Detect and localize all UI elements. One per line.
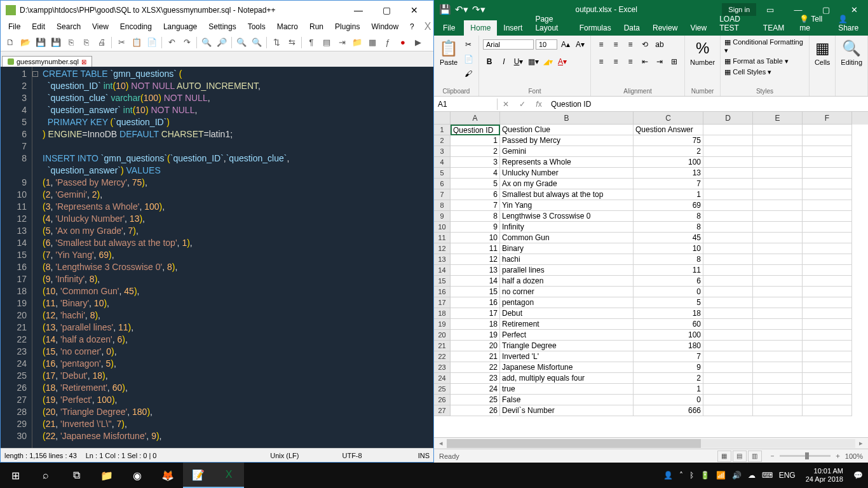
ribbon-tab-insert[interactable]: Insert xyxy=(497,20,529,36)
cell[interactable] xyxy=(753,157,803,168)
table-row[interactable]: 43Represents a Whole100 xyxy=(434,157,868,168)
row-header[interactable]: 3 xyxy=(434,146,451,157)
scroll-thumb[interactable] xyxy=(447,439,701,448)
close-all-icon[interactable]: ⎘ xyxy=(79,36,93,50)
clock[interactable]: 10:01 AM24 Apr 2018 xyxy=(802,467,847,484)
paste-button[interactable]: 📋Paste xyxy=(438,38,459,67)
zoom-in-icon[interactable]: ＋ xyxy=(834,451,841,461)
cell[interactable]: Japanese Misfortune xyxy=(500,362,634,373)
copy-icon[interactable]: 📋 xyxy=(130,36,144,50)
cell[interactable] xyxy=(753,179,803,189)
ribbon-tab-review[interactable]: Review xyxy=(646,20,684,36)
cell[interactable] xyxy=(753,351,803,362)
row-header[interactable]: 16 xyxy=(434,287,451,297)
cell[interactable]: 10 xyxy=(634,243,703,254)
code-editor[interactable]: 1234567891011121314151617181920212223242… xyxy=(1,67,433,448)
cell[interactable]: 1 xyxy=(451,135,500,146)
conditional-formatting-button[interactable]: ▦ Conditional Formatting ▾ xyxy=(724,38,805,55)
cell[interactable]: Lengthwise 3 Crosswise 0 xyxy=(500,211,634,222)
cell[interactable]: 69 xyxy=(634,200,703,211)
table-row[interactable]: 32Gemini2 xyxy=(434,146,868,157)
menu-edit[interactable]: Edit xyxy=(27,21,50,32)
cell[interactable] xyxy=(803,125,852,135)
cell[interactable] xyxy=(803,243,852,254)
column-header[interactable]: A xyxy=(451,112,500,125)
cell[interactable] xyxy=(803,222,852,233)
redo-icon[interactable]: ↷▾ xyxy=(472,4,485,15)
cell[interactable]: 180 xyxy=(634,341,703,351)
row-header[interactable]: 26 xyxy=(434,395,451,405)
cell[interactable] xyxy=(803,179,852,189)
table-row[interactable]: 65Ax on my Grade7 xyxy=(434,179,868,189)
cell[interactable] xyxy=(753,135,803,146)
cell[interactable]: pentagon xyxy=(500,297,634,308)
menu-settings[interactable]: Settings xyxy=(203,21,241,32)
menu-window[interactable]: Window xyxy=(366,21,403,32)
cell[interactable]: 666 xyxy=(634,405,703,416)
ribbon-tab-home[interactable]: Home xyxy=(464,20,497,36)
row-header[interactable]: 6 xyxy=(434,179,451,189)
cell[interactable]: 23 xyxy=(451,373,500,384)
cell[interactable]: 2 xyxy=(634,146,703,157)
replace-icon[interactable]: 🔎 xyxy=(215,36,229,50)
cell[interactable]: 8 xyxy=(451,211,500,222)
cell[interactable]: Perfect xyxy=(500,330,634,341)
row-header[interactable]: 2 xyxy=(434,135,451,146)
cell[interactable] xyxy=(703,384,753,395)
spreadsheet-grid[interactable]: A B C D E F 1Question IDQuestion ClueQue… xyxy=(434,112,868,437)
menu-encoding[interactable]: Encoding xyxy=(115,21,157,32)
cell[interactable]: 24 xyxy=(451,384,500,395)
cut-icon[interactable]: ✂ xyxy=(462,38,475,51)
name-box[interactable]: A1 xyxy=(434,98,498,110)
cell[interactable]: Debut xyxy=(500,308,634,319)
cell[interactable]: Question ID xyxy=(451,125,500,135)
cell[interactable] xyxy=(703,189,753,200)
cell[interactable]: 26 xyxy=(451,405,500,416)
menu-file[interactable]: File xyxy=(3,21,25,32)
cell[interactable] xyxy=(803,287,852,297)
horizontal-scrollbar[interactable]: ◂ ▸ xyxy=(434,437,868,449)
cell[interactable] xyxy=(703,287,753,297)
cell[interactable]: 6 xyxy=(451,189,500,200)
cell[interactable] xyxy=(753,362,803,373)
page-layout-view-icon[interactable]: ▤ xyxy=(733,451,747,462)
cell[interactable]: 45 xyxy=(634,233,703,243)
cell[interactable]: 14 xyxy=(451,276,500,287)
row-header[interactable]: 13 xyxy=(434,254,451,265)
select-all-corner[interactable] xyxy=(434,112,451,125)
table-row[interactable]: 1312hachi8 xyxy=(434,254,868,265)
cell[interactable]: 8 xyxy=(634,222,703,233)
code-area[interactable]: CREATE TABLE `gmn_questions` ( `question… xyxy=(40,67,433,448)
menu-?[interactable]: ? xyxy=(405,21,419,32)
cell[interactable] xyxy=(703,222,753,233)
column-header[interactable]: B xyxy=(500,112,634,125)
increase-font-icon[interactable]: A▴ xyxy=(559,38,572,51)
cell[interactable]: 13 xyxy=(634,168,703,179)
cell[interactable]: no corner xyxy=(500,287,634,297)
cell[interactable] xyxy=(803,330,852,341)
ribbon-tab-file[interactable]: File xyxy=(434,20,464,36)
cell[interactable] xyxy=(753,384,803,395)
cell[interactable] xyxy=(803,405,852,416)
cell[interactable]: 11 xyxy=(451,243,500,254)
row-header[interactable]: 27 xyxy=(434,405,451,416)
cell[interactable] xyxy=(753,168,803,179)
row-header[interactable]: 23 xyxy=(434,362,451,373)
row-header[interactable]: 21 xyxy=(434,341,451,351)
table-row[interactable]: 2423add, multiply equals four2 xyxy=(434,373,868,384)
cell[interactable]: 7 xyxy=(451,200,500,211)
row-header[interactable]: 11 xyxy=(434,233,451,243)
cell[interactable]: 1 xyxy=(634,384,703,395)
cell[interactable]: Question Answer xyxy=(634,125,703,135)
cell[interactable] xyxy=(803,351,852,362)
firefox-icon[interactable]: 🦊 xyxy=(153,463,183,488)
cell[interactable]: 0 xyxy=(634,395,703,405)
cell[interactable] xyxy=(803,233,852,243)
row-header[interactable]: 1 xyxy=(434,125,451,135)
cell[interactable] xyxy=(803,395,852,405)
cell[interactable]: 2 xyxy=(634,373,703,384)
table-row[interactable]: 2120Triangle Degree180 xyxy=(434,341,868,351)
cell[interactable]: 18 xyxy=(634,308,703,319)
cell[interactable] xyxy=(803,297,852,308)
find-icon[interactable]: 🔍 xyxy=(200,36,214,50)
